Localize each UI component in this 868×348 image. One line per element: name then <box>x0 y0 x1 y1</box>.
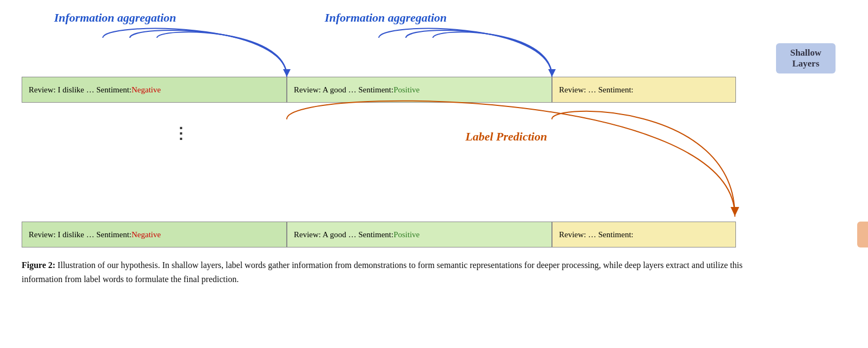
deep-layers-box: DeepLayers <box>857 222 868 247</box>
main-container: Information aggregation Information aggr… <box>0 0 868 297</box>
shallow-layers-label: ShallowLayers <box>790 48 821 69</box>
svg-marker-0 <box>283 69 291 77</box>
top-row-wrapper: Information aggregation Information aggr… <box>22 11 846 103</box>
bottom-section: Review: I dislike … Sentiment: Negative … <box>22 222 846 247</box>
caption-label: Figure 2: <box>22 260 55 270</box>
top-seg1-label: Negative <box>131 85 161 95</box>
bottom-seg2-label: Positive <box>393 230 419 239</box>
shallow-layers-box: ShallowLayers <box>776 43 836 73</box>
bottom-segment-2: Review: A good … Sentiment: Positive <box>287 222 552 247</box>
deep-token-row: Review: I dislike … Sentiment: Negative … <box>22 222 846 247</box>
top-segment-1: Review: I dislike … Sentiment: Negative <box>22 77 287 103</box>
bottom-arcs-svg <box>22 119 806 216</box>
top-segment-2: Review: A good … Sentiment: Positive <box>287 77 552 103</box>
bottom-seg1-label: Negative <box>131 230 161 239</box>
caption-text: Illustration of our hypothesis. In shall… <box>22 260 742 284</box>
top-section: Information aggregation Information aggr… <box>22 11 846 103</box>
bottom-segment-3: Review: … Sentiment: <box>552 222 736 247</box>
caption: Figure 2: Illustration of our hypothesis… <box>22 258 779 286</box>
svg-marker-2 <box>731 207 739 216</box>
middle-section: ⋮ Label Prediction <box>22 119 846 216</box>
svg-marker-1 <box>548 69 556 77</box>
top-segment-3: Review: … Sentiment: <box>552 77 736 103</box>
top-seg2-label: Positive <box>393 85 419 95</box>
shallow-token-row: Review: I dislike … Sentiment: Negative … <box>22 77 736 103</box>
bottom-segment-1: Review: I dislike … Sentiment: Negative <box>22 222 287 247</box>
